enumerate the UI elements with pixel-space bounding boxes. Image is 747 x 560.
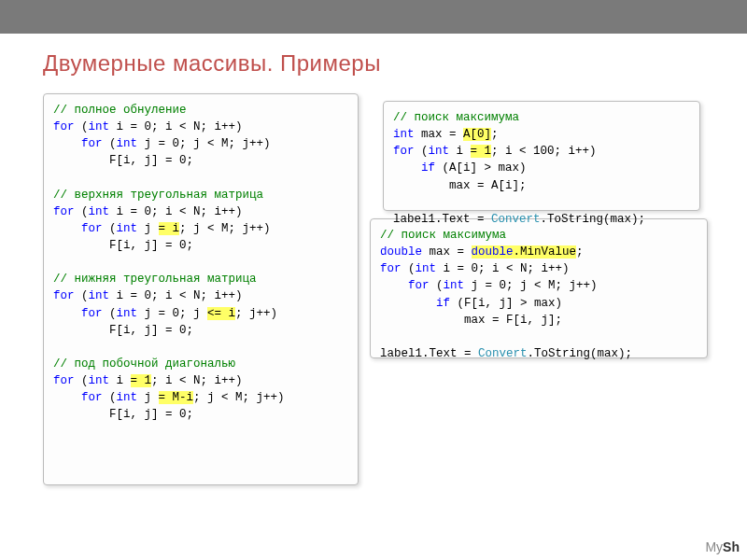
code: j = 0; j < M; j++) bbox=[137, 137, 271, 150]
highlight: = 1 bbox=[131, 374, 152, 387]
comment: // полное обнуление bbox=[53, 104, 187, 117]
comment: // поиск максимума bbox=[393, 111, 519, 124]
kw: for bbox=[53, 374, 75, 387]
kw: for bbox=[393, 145, 415, 158]
code: max = bbox=[422, 245, 472, 259]
type: Convert bbox=[491, 213, 541, 226]
kw: for bbox=[81, 307, 103, 320]
highlight: <= i bbox=[207, 307, 235, 320]
kw: for bbox=[380, 262, 402, 275]
kw: if bbox=[436, 297, 450, 310]
code: .ToString(max); bbox=[528, 347, 633, 360]
kw: int bbox=[444, 279, 465, 292]
watermark: MySh bbox=[705, 539, 740, 554]
code: i = 0; i < N; i++) bbox=[109, 205, 243, 218]
code: i = 0; i < N; i++) bbox=[109, 289, 243, 302]
kw: for bbox=[81, 137, 103, 150]
wm-bold: Sh bbox=[723, 539, 740, 554]
kw: if bbox=[421, 161, 435, 175]
code: i = 0; i < N; i++) bbox=[436, 262, 570, 275]
code: ; i < N; i++) bbox=[151, 374, 243, 387]
code: i bbox=[109, 374, 131, 387]
code: max = bbox=[415, 128, 464, 141]
comment: // поиск максимума bbox=[380, 229, 506, 242]
code: i bbox=[449, 145, 471, 158]
kw: int bbox=[89, 289, 110, 302]
kw: double bbox=[380, 245, 422, 259]
kw: int bbox=[117, 222, 138, 235]
type: Convert bbox=[478, 347, 528, 360]
code: ; j < M; j++) bbox=[179, 222, 271, 235]
code: ; j++) bbox=[235, 307, 277, 320]
kw: double bbox=[472, 245, 514, 259]
kw: int bbox=[117, 137, 138, 150]
code-block-bottom-right: // поиск максимума double max = double.M… bbox=[370, 218, 708, 358]
kw: int bbox=[89, 374, 110, 387]
kw: for bbox=[408, 279, 430, 292]
header-bar bbox=[0, 0, 747, 34]
code: max = F[i, j]; bbox=[380, 314, 562, 327]
highlight: = M-i bbox=[159, 391, 194, 404]
highlight: A[0] bbox=[463, 128, 491, 141]
kw: for bbox=[53, 120, 75, 133]
kw: for bbox=[81, 222, 103, 235]
kw: int bbox=[416, 262, 437, 275]
code: (A[i] > max) bbox=[435, 161, 527, 175]
code: (F[i, j] > max) bbox=[450, 297, 562, 310]
code: label1.Text = bbox=[393, 213, 491, 226]
comment: // верхняя треугольная матрица bbox=[53, 189, 263, 202]
highlight: = i bbox=[159, 222, 180, 235]
kw: for bbox=[81, 391, 103, 404]
highlight: double.MinValue bbox=[472, 245, 577, 259]
code: .MinValue bbox=[514, 245, 577, 259]
code: j = 0; j bbox=[137, 307, 207, 320]
kw: for bbox=[53, 289, 75, 302]
wm-pre: My bbox=[705, 539, 723, 554]
kw: int bbox=[89, 205, 110, 218]
kw: for bbox=[53, 205, 75, 218]
code: j bbox=[137, 222, 159, 235]
code: F[i, j] = 0; bbox=[53, 408, 193, 421]
comment: // нижняя треугольная матрица bbox=[53, 273, 257, 286]
comment: // под побочной диагональю bbox=[53, 357, 235, 371]
code: j = 0; j < M; j++) bbox=[464, 279, 598, 292]
page-title: Двумерные массивы. Примеры bbox=[43, 50, 747, 77]
kw: int bbox=[117, 391, 138, 404]
code: label1.Text = bbox=[380, 347, 478, 360]
code: ; i < 100; i++) bbox=[491, 145, 597, 158]
code: ; bbox=[576, 245, 584, 259]
kw: int bbox=[117, 307, 138, 320]
kw: int bbox=[393, 128, 415, 141]
code: max = A[i]; bbox=[393, 179, 527, 192]
code: ; j < M; j++) bbox=[193, 391, 285, 404]
code-block-left: // полное обнуление for (int i = 0; i < … bbox=[43, 93, 359, 485]
highlight: = 1 bbox=[471, 145, 492, 158]
code-block-top-right: // поиск максимума int max = A[0]; for (… bbox=[383, 101, 700, 211]
code: j bbox=[137, 391, 159, 404]
code: F[i, j] = 0; bbox=[53, 324, 193, 337]
kw: int bbox=[89, 120, 110, 133]
code: i = 0; i < N; i++) bbox=[109, 120, 243, 133]
code: ; bbox=[491, 128, 499, 141]
code: F[i, j] = 0; bbox=[53, 239, 193, 252]
code: .ToString(max); bbox=[541, 213, 646, 226]
kw: int bbox=[429, 145, 450, 158]
code: F[i, j] = 0; bbox=[53, 154, 193, 167]
